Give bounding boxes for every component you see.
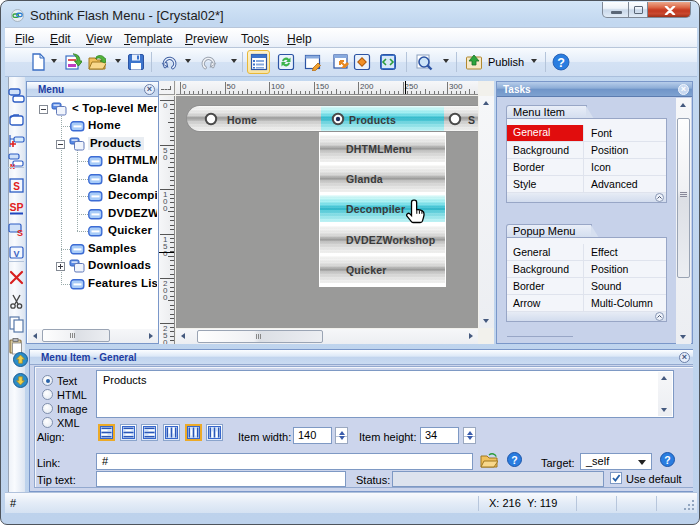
svg-text:SP: SP xyxy=(9,201,23,213)
svg-text:S: S xyxy=(17,228,23,238)
svg-text:?: ? xyxy=(664,454,670,466)
svg-text:S: S xyxy=(13,181,20,192)
svg-text:V: V xyxy=(13,249,19,259)
svg-text:?: ? xyxy=(511,454,517,466)
svg-text:?: ? xyxy=(557,56,565,70)
